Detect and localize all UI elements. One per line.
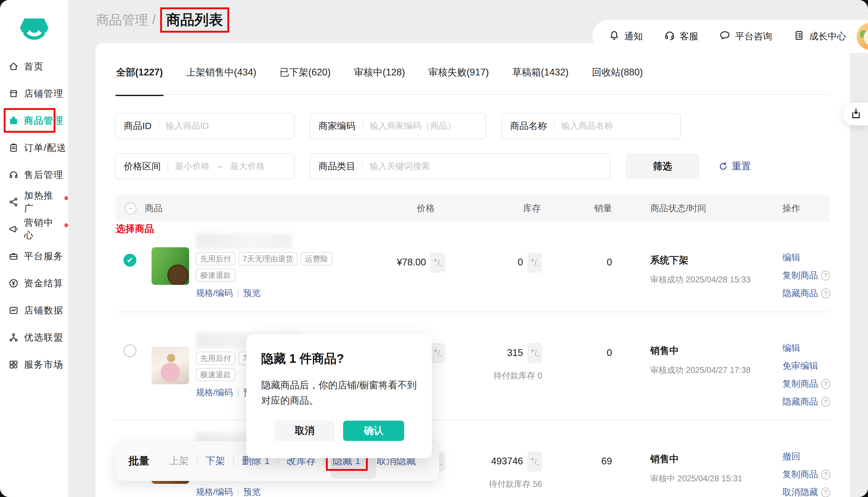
action-复制商品[interactable]: 复制商品?	[782, 466, 830, 483]
help-icon[interactable]: ?	[821, 379, 830, 389]
product-id-field[interactable]: 商品ID 输入商品ID	[115, 113, 295, 139]
breadcrumb-separator: /	[152, 13, 156, 27]
price-range-field[interactable]: 价格区间 最小价格 – 最大价格	[115, 153, 295, 179]
stepper-icon[interactable]: +/-	[430, 253, 445, 273]
tab-3[interactable]: 已下架(620)	[279, 58, 331, 96]
action-隐藏商品[interactable]: 隐藏商品?	[782, 393, 830, 411]
stepper-icon[interactable]: +/-	[527, 253, 542, 273]
sidebar-item-3[interactable]: 商品管理	[0, 107, 68, 134]
action-label: 隐藏商品	[782, 396, 818, 408]
status-timestamp: 审核中 2025/04/28 15:31	[650, 473, 762, 484]
select-product-annotation: 选择商品	[113, 222, 156, 236]
tab-4[interactable]: 审核中(128)	[353, 58, 405, 96]
toolbar-item-3[interactable]: 下架	[205, 454, 225, 468]
stepper-icon[interactable]: +/-	[527, 343, 542, 363]
action-取消隐藏[interactable]: 取消隐藏?	[782, 483, 830, 497]
product-link[interactable]: 预览	[243, 287, 260, 299]
sidebar-item-10[interactable]: 店铺数据	[0, 297, 68, 324]
product-links: 规格/编码|预览	[196, 287, 368, 299]
topnav-item-2[interactable]: 客服	[664, 30, 698, 43]
sidebar-item-1[interactable]: 首页	[0, 53, 68, 80]
tab-1[interactable]: 全部(1227)	[115, 58, 163, 96]
tab-6[interactable]: 草稿箱(1432)	[512, 58, 569, 96]
cancel-button[interactable]: 取消	[274, 421, 335, 441]
tab-5[interactable]: 审核失败(917)	[428, 58, 489, 96]
action-免审编辑[interactable]: 免审编辑	[782, 357, 830, 375]
sidebar-item-11[interactable]: 优选联盟	[0, 324, 68, 351]
action-复制商品[interactable]: 复制商品?	[782, 375, 830, 393]
export-button[interactable]	[843, 102, 868, 125]
topnav-item-4[interactable]: 成长中心	[793, 30, 846, 43]
sidebar-item-label: 订单/配送	[24, 142, 67, 154]
product-link[interactable]: 规格/编码	[196, 287, 233, 299]
action-复制商品[interactable]: 复制商品?	[782, 267, 830, 285]
home-icon	[8, 61, 19, 72]
notification-dot	[65, 223, 68, 227]
row-checkbox[interactable]	[124, 344, 137, 357]
sidebar-item-5[interactable]: 售后管理	[0, 161, 68, 188]
megaphone-icon	[8, 224, 19, 235]
merchant-code-field[interactable]: 商家编码 输入商家编码（商品）	[310, 113, 486, 139]
sidebar-item-8[interactable]: 平台服务	[0, 243, 68, 270]
product-tag: 极速退款	[196, 368, 235, 381]
stock-cell: 0+/-	[445, 230, 542, 302]
stock-cell: 493746+/-待付款库存 56	[445, 429, 542, 497]
tab-2[interactable]: 上架销售中(434)	[186, 58, 257, 96]
link-divider: |	[237, 388, 239, 397]
product-name-label: 商品名称	[510, 120, 547, 132]
sidebar-item-label: 资金结算	[24, 277, 63, 290]
sidebar-item-label: 店铺数据	[24, 304, 63, 317]
breadcrumb-parent[interactable]: 商品管理	[96, 11, 148, 29]
column-actions: 操作	[762, 202, 830, 215]
help-icon[interactable]: ?	[821, 470, 830, 480]
stepper-icon[interactable]: +/-	[430, 343, 445, 363]
filter-button[interactable]: 筛选	[626, 153, 699, 179]
status-cell: 销售中审核中 2025/04/28 15:31	[621, 429, 762, 497]
product-link[interactable]: 规格/编码	[196, 486, 233, 497]
sidebar-item-4[interactable]: 订单/配送	[0, 134, 68, 161]
breadcrumb: 商品管理 / 商品列表	[96, 8, 229, 33]
product-id-placeholder: 输入商品ID	[166, 120, 209, 132]
action-撤回[interactable]: 撤回	[782, 448, 830, 466]
topnav-item-3[interactable]: 平台咨询	[719, 30, 772, 43]
help-icon[interactable]: ?	[821, 487, 830, 497]
status-timestamp: 审核成功 2025/04/28 15:33	[650, 274, 762, 285]
hide-confirm-dialog: 隐藏 1 件商品? 隐藏商品后，你的店铺/橱窗将看不到对应的商品。 取消 确认	[246, 334, 432, 458]
product-links: 规格/编码|预览	[196, 486, 368, 497]
stock-value: 315	[507, 343, 523, 358]
select-all-checkbox[interactable]: −	[125, 203, 137, 214]
user-avatar[interactable]	[857, 23, 868, 50]
sidebar-item-6[interactable]: 加热推广	[0, 188, 68, 215]
action-编辑[interactable]: 编辑	[782, 249, 830, 267]
category-field[interactable]: 商品类目 输入关键词搜索	[310, 153, 611, 179]
product-title-redacted	[196, 233, 291, 249]
help-icon[interactable]: ?	[821, 288, 830, 298]
product-info: 先用后付7天无理由退货运费险极速退款规格/编码|预览	[196, 233, 368, 299]
tab-7[interactable]: 回收站(880)	[592, 58, 643, 96]
headset-icon	[664, 30, 675, 43]
product-name-field[interactable]: 商品名称 输入商品名称	[501, 113, 681, 139]
action-隐藏商品[interactable]: 隐藏商品?	[782, 285, 830, 302]
sidebar-item-7[interactable]: 营销中心	[0, 215, 68, 243]
sidebar-item-12[interactable]: 服务市场	[0, 351, 68, 378]
page-root: 首页店铺管理商品管理订单/配送售后管理加热推广营销中心平台服务资金结算店铺数据优…	[0, 0, 868, 497]
link-divider: |	[237, 289, 239, 297]
sidebar-item-9[interactable]: 资金结算	[0, 270, 68, 297]
dialog-body: 隐藏商品后，你的店铺/橱窗将看不到对应的商品。	[261, 378, 417, 408]
product-link[interactable]: 预览	[243, 486, 260, 497]
reset-button[interactable]: 重置	[718, 153, 751, 179]
topnav-item-1[interactable]: 通知	[608, 30, 643, 43]
category-placeholder: 输入关键词搜索	[370, 160, 430, 172]
action-编辑[interactable]: 编辑	[782, 339, 830, 357]
toolbar-separator	[197, 456, 197, 466]
yuan-circle-icon	[8, 278, 19, 289]
stepper-icon[interactable]: +/-	[527, 451, 542, 472]
product-link[interactable]: 规格/编码	[196, 387, 233, 398]
toolbar-item-2[interactable]: 上架	[169, 454, 189, 468]
sales-cell: 69	[542, 429, 621, 497]
row-checkbox[interactable]: ✔	[124, 254, 137, 267]
confirm-button[interactable]: 确认	[343, 421, 404, 441]
sidebar-item-2[interactable]: 店铺管理	[0, 80, 68, 107]
help-icon[interactable]: ?	[821, 397, 830, 407]
help-icon[interactable]: ?	[821, 271, 830, 281]
